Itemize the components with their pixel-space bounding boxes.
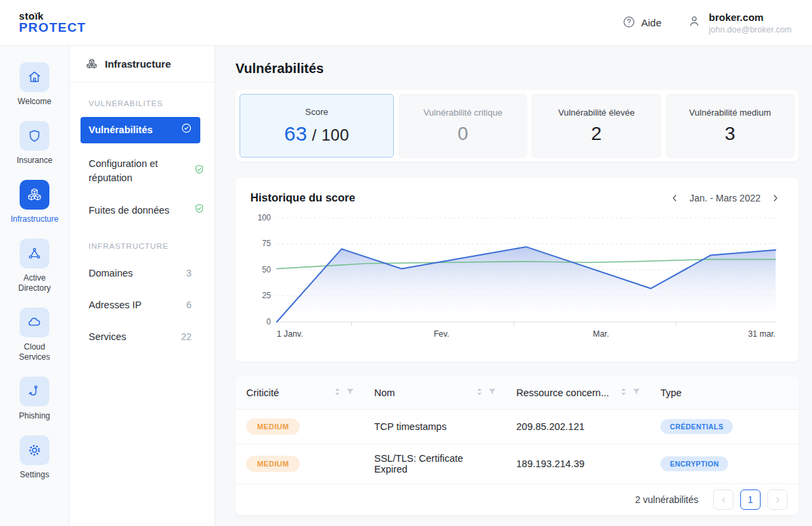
vulnerabilities-table: Criticité Nom [235,377,798,484]
criticity-badge: MEDIUM [246,419,300,435]
shield-check-green-icon [194,203,205,218]
table-row[interactable]: MEDIUM TCP timestamps 209.85.202.121 CRÉ… [235,410,798,444]
filter-icon[interactable] [631,387,641,399]
sidebar-header: Infrastructure [70,46,215,82]
section-heading-infrastructure: INFRASTRUCTURE [70,225,215,260]
triangle-network-icon [20,239,49,268]
pagination-prev-button[interactable] [713,489,734,510]
rail-label: Phishing [19,411,50,421]
question-circle-icon [623,16,635,30]
svg-text:0: 0 [267,317,271,327]
table-pagination: 2 vulnérabilités 1 [235,484,798,515]
sidebar-item-configuration-reputation[interactable]: Configuration et réputation [70,150,215,192]
sidebar-title: Infrastructure [105,58,171,70]
cloud-icon [20,308,49,337]
score-history-chart: 02550751001 Janv.Fev.Mar.31 mar. [246,208,784,346]
sidebar-item-vulnerabilites[interactable]: Vulnérabilités [81,117,200,143]
filter-icon[interactable] [487,387,497,399]
help-label: Aide [641,17,661,28]
card-label: Vulnérabilité medium [689,107,771,118]
shield-check-green-icon [194,164,205,179]
top-header: stoïk PROTECT Aide [0,0,812,46]
user-icon [687,14,701,30]
account-menu[interactable]: broker.com john.doe@broker.com [687,11,792,34]
rail-label: Settings [20,470,49,480]
sidebar-item-adresses-ip[interactable]: Adresses IP 6 [70,291,215,319]
vuln-count-label: 2 vulnérabilités [635,494,698,505]
svg-text:25: 25 [262,291,271,300]
vuln-name: TCP timestamps [374,410,516,444]
score-card[interactable]: Score 63 / 100 [240,94,394,158]
sidebar-item-label: Domaines [89,266,133,281]
score-history-panel: Historique du score Jan. - Mars 2022 025… [235,178,798,362]
date-range-nav: Jan. - Mars 2022 [669,193,781,204]
type-badge: ENCRYPTION [660,456,728,471]
app-window: stoïk PROTECT Aide [0,0,812,526]
account-name: broker.com [709,11,792,23]
column-header-ressource: Ressource concern... [516,387,609,398]
sidebar-item-label: Vulnérabilités [89,123,153,137]
pagination-next-button[interactable] [767,489,788,510]
cubes-icon [20,180,49,210]
sidebar-item-label: Fuites de données [89,204,169,218]
table-row[interactable]: MEDIUM SSL/TLS: Certificate Expired 189.… [235,444,798,484]
critical-vuln-card[interactable]: Vulnérabilité critique 0 [399,94,527,158]
shield-check-icon [181,122,192,138]
chevron-right-icon[interactable] [770,193,781,204]
svg-text:Fev.: Fev. [434,329,449,339]
logo-stoik: stoïk [19,11,86,22]
svg-text:Mar.: Mar. [593,329,609,339]
svg-text:31 mar.: 31 mar. [748,329,775,339]
rail-label: Welcome [18,97,51,107]
card-label: Vulnérabilité élevée [558,107,635,118]
rail-item-insurance[interactable]: Insurance [3,121,66,166]
criticity-badge: MEDIUM [246,456,300,472]
rail-item-cloud-services[interactable]: Cloud Services [3,308,66,362]
rail-label: Cloud Services [17,342,52,362]
sort-icon[interactable] [333,387,342,399]
svg-text:1 Janv.: 1 Janv. [277,329,303,339]
card-label: Score [305,107,328,117]
item-count: 6 [186,298,205,312]
svg-text:50: 50 [262,265,271,274]
rail-item-welcome[interactable]: Welcome [3,62,66,107]
primary-nav-rail: Welcome Insurance Infr [0,46,70,526]
sidebar-item-label: Configuration et réputation [89,157,177,185]
type-badge: CRÉDENTIALS [660,419,733,434]
rail-item-phishing[interactable]: Phishing [3,377,66,421]
vulnerabilities-table-panel: Criticité Nom [235,377,798,515]
item-count: 3 [186,266,205,281]
high-vuln-card[interactable]: Vulnérabilité élevée 2 [532,94,660,158]
card-label: Vulnérabilité critique [424,107,503,118]
sort-icon[interactable] [619,387,628,399]
column-header-criticite: Criticité [246,387,279,398]
filter-icon[interactable] [345,387,355,399]
sidebar-item-services[interactable]: Services 22 [70,323,215,351]
rail-item-active-directory[interactable]: Active Directory [3,239,66,293]
item-count: 22 [181,330,205,344]
vuln-name: SSL/TLS: Certificate Expired [374,444,516,484]
card-value: 63 / 100 [284,122,349,145]
hook-icon [20,377,49,406]
score-suffix: / 100 [307,126,349,144]
section-heading-vulnerabilites: VULNÉRABILITÉS [70,82,215,117]
help-button[interactable]: Aide [623,16,661,30]
infrastructure-sidebar: Infrastructure VULNÉRABILITÉS Vulnérabil… [70,46,215,526]
sort-icon[interactable] [475,387,484,399]
rail-item-settings[interactable]: Settings [3,435,66,480]
logo-protect: PROTECT [19,21,86,34]
rail-item-infrastructure[interactable]: Infrastructure [3,180,66,224]
cubes-icon [86,58,97,70]
score-value: 63 [284,122,307,145]
rail-label: Active Directory [16,273,53,293]
gear-icon [20,435,49,465]
pagination-page-1-button[interactable]: 1 [740,489,761,510]
main-content: Vulnérabilités Score 63 / 100 Vulnérabil… [215,46,812,526]
medium-vuln-card[interactable]: Vulnérabilité medium 3 [666,94,794,158]
rail-label: Infrastructure [11,214,59,224]
chevron-left-icon[interactable] [669,193,680,204]
column-header-type: Type [660,387,681,398]
sidebar-item-fuites-donnees[interactable]: Fuites de données [70,196,215,225]
home-icon [20,62,49,92]
sidebar-item-domaines[interactable]: Domaines 3 [70,260,215,287]
